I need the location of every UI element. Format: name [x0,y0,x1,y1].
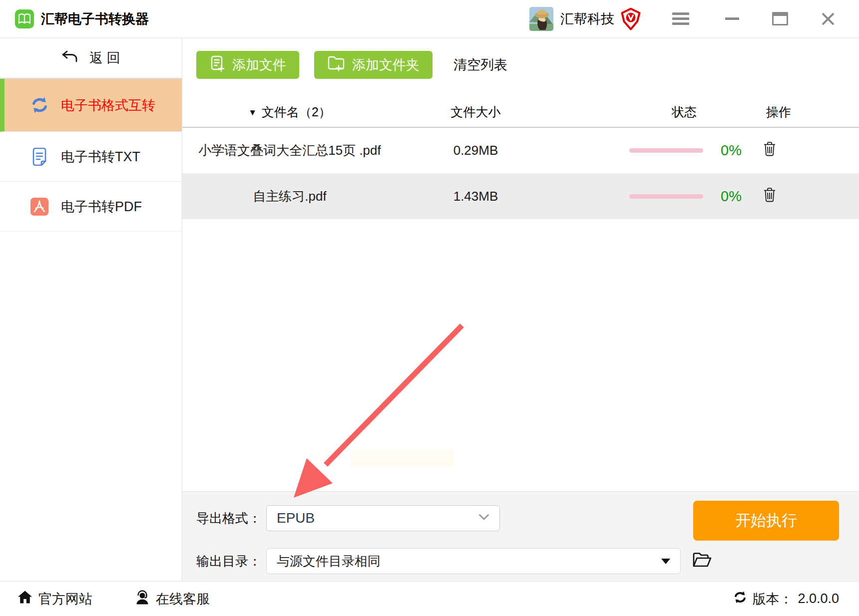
brand-name: 汇帮科技 [560,10,614,28]
document-icon [30,148,49,166]
vip-icon[interactable] [620,7,641,30]
progress-percent: 0% [717,142,745,159]
export-format-select[interactable]: EPUB [266,505,500,531]
column-header-actions: 操作 [764,104,794,120]
empty-area [182,219,859,491]
official-site-label: 官方网站 [38,590,92,608]
house-icon [17,590,32,608]
back-label: 返 回 [89,49,120,67]
sidebar-item-format-convert[interactable]: 电子书格式互转 [0,79,182,132]
trash-icon [763,187,776,206]
update-sync-icon [733,591,747,607]
sync-arrows-icon [30,97,49,113]
progress-percent: 0% [717,188,745,205]
column-header-filename[interactable]: ▼文件名（2） [182,104,397,120]
sidebar-item-to-pdf[interactable]: 电子书转PDF [0,182,182,232]
output-dir-label: 输出目录： [196,553,261,570]
progress-bar [629,194,703,199]
export-panel: 导出格式： EPUB 开始执行 输出目录： [182,491,859,581]
footer: 官方网站 在线客服 [0,581,859,616]
chevron-down-icon [478,514,489,523]
file-size: 1.43MB [397,189,554,204]
column-header-status: 状态 [629,104,739,120]
headset-person-icon [135,590,150,608]
toolbar: 添加文件 添加文件夹 清空列表 [196,51,859,79]
main-content: 添加文件 添加文件夹 清空列表 [182,38,859,581]
official-site-link[interactable]: 官方网站 [17,590,92,608]
folder-plus-icon [327,55,345,75]
output-dir-select[interactable]: 与源文件目录相同 [266,548,681,574]
version-value: 2.0.0.0 [798,591,839,607]
sidebar-item-to-txt[interactable]: 电子书转TXT [0,132,182,182]
titlebar: 汇帮电子书转换器 汇帮科技 [0,0,859,38]
sort-caret-icon: ▼ [248,108,257,117]
column-header-filesize: 文件大小 [397,104,554,120]
close-button[interactable] [820,11,836,27]
table-header: ▼文件名（2） 文件大小 状态 操作 [182,97,859,128]
progress-bar [629,148,703,153]
version-label: 版本： [752,590,793,608]
clear-list-button[interactable]: 清空列表 [453,56,507,74]
add-folder-button[interactable]: 添加文件夹 [314,51,432,79]
sidebar-item-label: 电子书转PDF [61,198,142,216]
file-name: 小学语文叠词大全汇总15页 .pdf [182,142,397,159]
maximize-button[interactable] [772,12,788,25]
add-file-button[interactable]: 添加文件 [196,51,299,79]
app-window: 汇帮电子书转换器 汇帮科技 [0,0,859,616]
dropdown-arrow-icon [661,559,670,564]
trash-icon [763,141,776,160]
pdf-icon [30,198,49,216]
start-button[interactable]: 开始执行 [693,501,839,541]
avatar [529,7,553,31]
file-plus-icon [209,55,225,75]
output-dir-value: 与源文件目录相同 [277,553,381,570]
add-folder-label: 添加文件夹 [352,56,420,74]
table-row: 小学语文叠词大全汇总15页 .pdf 0.29MB 0% [182,128,859,173]
menu-icon[interactable] [672,12,689,25]
sidebar-item-label: 电子书转TXT [61,148,140,166]
add-file-label: 添加文件 [232,56,286,74]
export-format-label: 导出格式： [196,510,261,527]
undo-arrow-icon [61,50,77,66]
sidebar-item-label: 电子书格式互转 [61,96,155,114]
table-row: 自主练习.pdf 1.43MB 0% [182,173,859,219]
delete-button[interactable] [763,187,776,206]
minimize-button[interactable] [725,11,740,26]
back-button[interactable]: 返 回 [0,38,182,79]
version-info[interactable]: 版本： 2.0.0.0 [733,590,839,608]
sidebar: 返 回 电子书格式互转 [0,38,182,581]
online-support-label: 在线客服 [156,590,210,608]
file-name: 自主练习.pdf [182,188,397,205]
export-format-value: EPUB [277,510,315,526]
watermark [351,450,454,467]
online-support-link[interactable]: 在线客服 [135,590,210,608]
file-size: 0.29MB [397,143,554,158]
app-logo-icon [15,9,34,28]
browse-folder-button[interactable] [692,552,712,571]
delete-button[interactable] [763,141,776,160]
open-folder-icon [692,552,712,571]
app-title: 汇帮电子书转换器 [41,10,149,28]
